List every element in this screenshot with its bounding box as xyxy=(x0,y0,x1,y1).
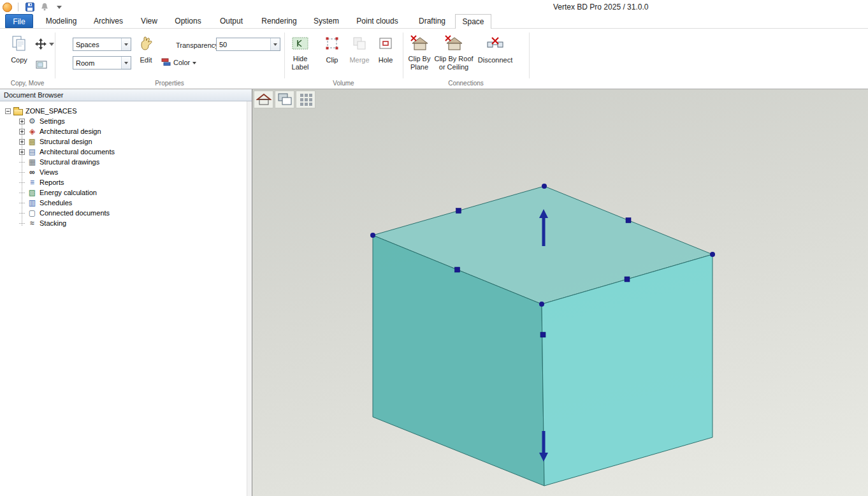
corner-handle[interactable] xyxy=(539,302,544,307)
color-icon xyxy=(161,58,171,67)
expand-icon[interactable] xyxy=(19,119,25,124)
group-separator xyxy=(284,33,285,78)
edge-handle[interactable] xyxy=(540,332,546,337)
folder-icon xyxy=(13,109,23,115)
tree-item-connected-documents[interactable]: Connected documents xyxy=(0,208,247,218)
model-house-icon[interactable] xyxy=(254,91,273,108)
document-browser-panel: Document Browser ZONE_SPACES Settings Ar… xyxy=(0,89,252,496)
hole-icon xyxy=(379,33,393,54)
edit-button[interactable]: Edit xyxy=(134,33,158,77)
hole-button[interactable]: Hole xyxy=(374,33,397,77)
house-red-x-icon xyxy=(445,33,463,54)
tree-item-structural-drawings[interactable]: Structural drawings xyxy=(0,157,247,167)
tree-item-settings[interactable]: Settings xyxy=(0,116,247,126)
chevron-down-icon[interactable] xyxy=(270,38,280,50)
tab-point-clouds[interactable]: Point clouds xyxy=(351,14,404,28)
corner-handle[interactable] xyxy=(370,233,375,238)
copy-button[interactable]: Copy xyxy=(5,33,33,77)
tree-item-architectural-design[interactable]: Architectural design xyxy=(0,126,247,136)
down-arrow-shaft[interactable] xyxy=(542,431,546,454)
tree-item-reports[interactable]: Reports xyxy=(0,177,247,187)
move-button[interactable] xyxy=(33,36,55,52)
quick-access-dropdown-icon[interactable] xyxy=(54,1,65,13)
save-icon[interactable] xyxy=(24,1,36,13)
disconnect-button[interactable]: Disconnect xyxy=(474,33,516,80)
tab-archives[interactable]: Archives xyxy=(89,14,127,28)
stacking-icon xyxy=(27,219,37,228)
space-volume-cube[interactable] xyxy=(252,89,868,496)
3d-viewport[interactable] xyxy=(252,89,868,496)
copy-icon xyxy=(11,33,27,54)
ribbon-tab-bar: File Modeling Archives View Options Outp… xyxy=(0,14,868,29)
views-icon xyxy=(27,168,37,177)
corner-handle[interactable] xyxy=(542,184,547,189)
separator xyxy=(18,3,18,11)
tree-item-stacking[interactable]: Stacking xyxy=(0,218,247,228)
clip-icon xyxy=(325,33,339,54)
gear-icon xyxy=(27,117,37,126)
tree-item-zone-spaces[interactable]: ZONE_SPACES xyxy=(0,106,247,116)
group-separator xyxy=(403,33,403,78)
clip-button[interactable]: Clip xyxy=(321,33,344,77)
tab-drafting[interactable]: Drafting xyxy=(412,14,452,28)
edit-hand-icon xyxy=(138,33,154,54)
tree-item-structural-design[interactable]: Structural design xyxy=(0,136,247,147)
chevron-down-icon xyxy=(192,62,196,66)
tab-space[interactable]: Space xyxy=(455,14,491,29)
color-button[interactable]: Color xyxy=(161,58,196,67)
expand-icon[interactable] xyxy=(19,139,25,145)
merge-button[interactable]: Merge xyxy=(346,33,373,77)
document-browser-header[interactable]: Document Browser xyxy=(0,89,252,101)
group-label-volume: Volume xyxy=(284,80,403,87)
edge-handle[interactable] xyxy=(626,218,631,223)
edge-handle[interactable] xyxy=(456,208,461,214)
window-title: Vertex BD Pro 2025 / 31.0.0 xyxy=(553,3,648,11)
group-separator xyxy=(529,33,530,78)
corner-handle[interactable] xyxy=(710,252,715,257)
tab-rendering[interactable]: Rendering xyxy=(256,14,302,28)
edge-handle[interactable] xyxy=(625,277,630,282)
titlebar: Vertex BD Pro 2025 / 31.0.0 xyxy=(0,0,868,14)
move-icon xyxy=(34,38,47,50)
structural-design-icon xyxy=(27,138,37,146)
tree-connector xyxy=(19,187,25,198)
transparency-dropdown[interactable]: 50 xyxy=(216,38,280,51)
group-label-properties: Properties xyxy=(55,80,284,87)
architectural-documents-icon xyxy=(27,148,37,156)
tree-item-energy-calculation[interactable]: Energy calculation xyxy=(0,187,247,198)
hide-label-button[interactable]: Hide Label xyxy=(287,33,314,80)
tree-item-views[interactable]: Views xyxy=(0,167,247,177)
tab-file[interactable]: File xyxy=(5,14,33,28)
tree-scrollbar[interactable] xyxy=(247,101,252,496)
tree-item-schedules[interactable]: Schedules xyxy=(0,198,247,208)
expand-icon[interactable] xyxy=(19,129,25,135)
tab-output[interactable]: Output xyxy=(213,14,250,28)
tab-system[interactable]: System xyxy=(308,14,344,28)
tab-view[interactable]: View xyxy=(135,14,163,28)
chevron-down-icon[interactable] xyxy=(121,38,131,50)
house-red-x-icon xyxy=(410,33,428,54)
grid-view-icon[interactable] xyxy=(296,91,315,108)
tab-modeling[interactable]: Modeling xyxy=(41,14,82,28)
viewport-toolbar xyxy=(254,91,317,108)
expand-icon[interactable] xyxy=(19,149,25,155)
notifications-bell-icon[interactable] xyxy=(39,1,50,13)
edge-handle[interactable] xyxy=(455,267,460,272)
ribbon: Copy Copy, Move Spaces Room Edit Transpa… xyxy=(0,29,868,89)
reports-icon xyxy=(27,179,37,187)
room-dropdown[interactable]: Room xyxy=(73,56,131,69)
up-arrow-shaft[interactable] xyxy=(542,217,546,246)
spaces-dropdown[interactable]: Spaces xyxy=(73,38,131,51)
app-logo-icon[interactable] xyxy=(3,3,12,12)
tree-connector xyxy=(19,167,25,177)
collapse-icon[interactable] xyxy=(5,108,11,114)
tab-options[interactable]: Options xyxy=(170,14,206,28)
clip-by-plane-button[interactable]: Clip By Plane xyxy=(404,33,435,80)
copy-option-button[interactable] xyxy=(33,58,50,71)
cascade-windows-icon[interactable] xyxy=(275,91,294,108)
tree-item-architectural-documents[interactable]: Architectural documents xyxy=(0,147,247,157)
clip-by-roof-or-ceiling-button[interactable]: Clip By Roof or Ceiling xyxy=(436,33,472,80)
hide-label-icon xyxy=(292,33,308,54)
tree-connector xyxy=(19,198,25,208)
chevron-down-icon[interactable] xyxy=(121,57,131,69)
